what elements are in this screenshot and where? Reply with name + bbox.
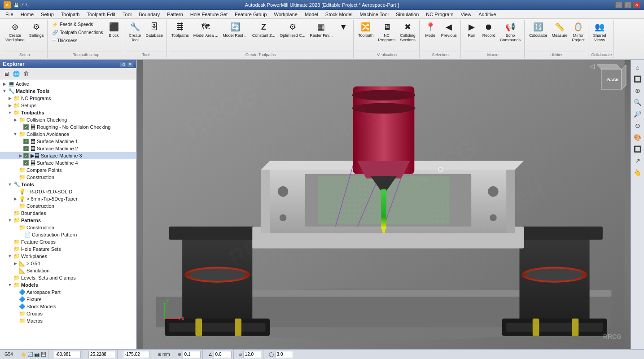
z-coordinate-input[interactable] bbox=[123, 351, 150, 358]
viewport-3d[interactable]: RRCG RRCG RRCG 人人素材 八爪素材 bbox=[137, 60, 631, 349]
tree-expand-models[interactable]: ▼ bbox=[7, 282, 13, 288]
tree-expand-nc-programs[interactable]: ▶ bbox=[7, 96, 13, 101]
menu-item-pattern[interactable]: Pattern bbox=[163, 10, 186, 18]
tree-item-collision-checking[interactable]: ▶ 📁 Collision Checking bbox=[0, 116, 136, 123]
viewport-collapse-right[interactable]: ◁ bbox=[590, 62, 595, 70]
constant-z-button[interactable]: Z Constant Z... bbox=[250, 21, 277, 39]
tree-expand-machine-tools[interactable]: ▼ bbox=[2, 88, 7, 94]
tree-item-setups[interactable]: ▶ 📁 Setups bbox=[0, 102, 136, 109]
explorer-pin-button[interactable]: ◁ bbox=[120, 61, 126, 67]
tree-item-patterns[interactable]: ▼ 📁 Patterns bbox=[0, 217, 136, 224]
tree-item-groups[interactable]: 📁 Groups bbox=[0, 310, 136, 317]
rt-frame-button[interactable]: 🔲 bbox=[632, 144, 643, 154]
tree-item-hole-feature-sets[interactable]: 📁 Hole Feature Sets bbox=[0, 245, 136, 253]
toolpath-connections-button[interactable]: 🔗 Toolpath Connections bbox=[50, 29, 105, 36]
model-area-button[interactable]: 🗺 Model Area ... bbox=[192, 21, 220, 39]
shared-views-button[interactable]: 👥 SharedViews bbox=[591, 21, 608, 43]
menu-item-simulation[interactable]: Simulation bbox=[392, 10, 422, 18]
tree-check-sm2[interactable]: ✓ bbox=[23, 146, 29, 151]
tree-expand-6mm-taper[interactable]: ▶ bbox=[13, 196, 18, 201]
calculator-button[interactable]: 🔢 Calculator bbox=[527, 21, 549, 39]
menu-item-machine-tool[interactable]: Machine Tool bbox=[356, 10, 392, 18]
menu-item-setup[interactable]: Setup bbox=[37, 10, 57, 18]
tree-item-fixture[interactable]: 🔷 Fixture bbox=[0, 296, 136, 303]
tree-item-tr-d10[interactable]: 💡 TR-D10-R1.0-SOLID bbox=[0, 188, 136, 195]
run-button[interactable]: ▶ Run bbox=[464, 21, 480, 39]
tree-item-construction-pattern[interactable]: 📄 Construction Pattern bbox=[0, 231, 136, 238]
menu-item-feature-group[interactable]: Feature Group bbox=[231, 10, 271, 18]
viewport[interactable]: RRCG RRCG RRCG 人人素材 八爪素材 bbox=[137, 60, 631, 349]
echo-commands-button[interactable]: 📢 EchoCommands bbox=[498, 21, 522, 43]
rt-zoom-minus-button[interactable]: ⊖ bbox=[632, 120, 643, 131]
model-rest-button[interactable]: 🔄 Model Rest ... bbox=[221, 21, 250, 39]
tree-item-construction-patterns[interactable]: 📁 Construction bbox=[0, 224, 136, 231]
menu-item-workplane[interactable]: Workplane bbox=[270, 10, 301, 18]
tree-item-simulation-wp[interactable]: 📐 Simulation bbox=[0, 267, 136, 274]
record-button[interactable]: ⏺ Record bbox=[481, 21, 497, 39]
raster-finish-button[interactable]: ▦ Raster Fini... bbox=[308, 21, 334, 39]
tree-item-active[interactable]: ▶ 💻 Active bbox=[0, 80, 136, 88]
create-workplane-button[interactable]: ⊕ CreateWorkplane bbox=[4, 21, 26, 43]
x-coordinate-input[interactable] bbox=[54, 351, 81, 358]
rt-home-button[interactable]: ⌂ bbox=[632, 62, 643, 73]
block-button[interactable]: ⬛ Block bbox=[106, 21, 122, 39]
minimize-button[interactable]: ─ bbox=[615, 2, 622, 8]
measure-button[interactable]: 📏 Measure bbox=[550, 21, 569, 39]
tree-item-stock-models[interactable]: 🔷 Stock Models bbox=[0, 303, 136, 310]
menu-item-toolpath[interactable]: Toolpath bbox=[57, 10, 83, 18]
tree-check-sm3[interactable]: ✓ bbox=[23, 153, 29, 158]
tree-item-g54[interactable]: ▶ 📐 > G54 bbox=[0, 260, 136, 267]
nc-programs-button[interactable]: 🖥 NCPrograms bbox=[376, 21, 397, 43]
tolerance-input[interactable] bbox=[183, 351, 201, 358]
rt-zoom-out-button[interactable]: 🔎 bbox=[632, 109, 643, 119]
previous-button[interactable]: ◀ Previous bbox=[439, 21, 459, 39]
tree-item-models[interactable]: ▼ 📁 Models bbox=[0, 281, 136, 289]
menu-item-stock-model[interactable]: Stock Model bbox=[322, 10, 356, 18]
tree-item-tools[interactable]: ▼ 🔧 Tools bbox=[0, 181, 136, 188]
tree-item-roughing[interactable]: ✓ 🛤 Roughing - No Collision Checking bbox=[0, 123, 136, 131]
tree-expand-g54[interactable]: ▶ bbox=[13, 261, 18, 266]
y-coordinate-input[interactable] bbox=[88, 351, 115, 358]
mirror-project-button[interactable]: 🪞 MirrorProject bbox=[570, 21, 586, 43]
explorer-close-button[interactable]: ✕ bbox=[127, 61, 133, 67]
tree-item-surface-machine-4[interactable]: ✓ 🛤 Surface Machine 4 bbox=[0, 159, 136, 166]
tree-expand-setups[interactable]: ▶ bbox=[7, 103, 13, 108]
tree-expand-sm3[interactable]: ▶ bbox=[18, 153, 23, 158]
explorer-delete-icon[interactable]: 🗑 bbox=[22, 69, 31, 78]
menu-item-file[interactable]: File bbox=[2, 10, 17, 18]
rt-arrow-button[interactable]: ↗ bbox=[632, 155, 643, 166]
menu-item-nc-program[interactable]: NC Program bbox=[422, 10, 457, 18]
tree-expand-workplanes[interactable]: ▼ bbox=[7, 254, 13, 259]
tree-item-compare-points[interactable]: 📁 Compare Points bbox=[0, 166, 136, 174]
tree-check-sm1[interactable]: ✓ bbox=[23, 139, 29, 144]
tree-expand-toolpaths[interactable]: ▼ bbox=[7, 110, 13, 115]
menu-item-additive[interactable]: Additive bbox=[475, 10, 499, 18]
tree-item-construction-tools[interactable]: 📁 Construction bbox=[0, 202, 136, 210]
create-tool-button[interactable]: 🔧 CreateTool bbox=[127, 21, 143, 43]
rt-cursor-button[interactable]: 👆 bbox=[632, 167, 643, 178]
tree-item-toolpaths[interactable]: ▼ 📁 Toolpaths bbox=[0, 109, 136, 116]
maximize-button[interactable]: □ bbox=[624, 2, 631, 8]
tree-item-surface-machine-3[interactable]: ▶ ✓ ▶🛤 Surface Machine 3 bbox=[0, 152, 136, 159]
tree-item-workplanes[interactable]: ▼ 📁 Workplanes bbox=[0, 253, 136, 260]
tree-item-surface-machine-2[interactable]: ✓ 🛤 Surface Machine 2 bbox=[0, 145, 136, 152]
settings-button[interactable]: ⚙ Settings bbox=[27, 21, 46, 39]
more-toolpaths-button[interactable]: ▼ bbox=[335, 21, 351, 33]
tip-rad-input[interactable] bbox=[275, 351, 293, 358]
tree-item-aerospace-part[interactable]: 🔷 Aerospace Part bbox=[0, 289, 136, 296]
menu-item-view[interactable]: View bbox=[457, 10, 475, 18]
tree-item-feature-groups[interactable]: 📁 Feature Groups bbox=[0, 238, 136, 245]
mode-button[interactable]: 📍 Mode bbox=[422, 21, 438, 39]
tree-item-macros[interactable]: 📁 Macros bbox=[0, 317, 136, 324]
rt-zoom-in-button[interactable]: 🔍 bbox=[632, 97, 643, 108]
menu-item-toolpath-edit[interactable]: Toolpath Edit bbox=[83, 10, 119, 18]
feeds-speeds-button[interactable]: ⚡ Feeds & Speeds bbox=[50, 21, 105, 28]
menu-item-boundary[interactable]: Boundary bbox=[135, 10, 163, 18]
toolpath-verify-button[interactable]: 🔀 Toolpath bbox=[356, 21, 375, 39]
tree-expand-patterns[interactable]: ▼ bbox=[7, 218, 13, 223]
tree-expand-active[interactable]: ▶ bbox=[2, 81, 7, 87]
tree-expand-collision-checking[interactable]: ▶ bbox=[13, 117, 18, 123]
tree-expand-collision-avoidance[interactable]: ▼ bbox=[13, 131, 18, 137]
tree-item-levels-sets[interactable]: 📁 Levels, Sets and Clamps bbox=[0, 274, 136, 281]
cube-orientation[interactable]: BACK bbox=[595, 62, 628, 96]
